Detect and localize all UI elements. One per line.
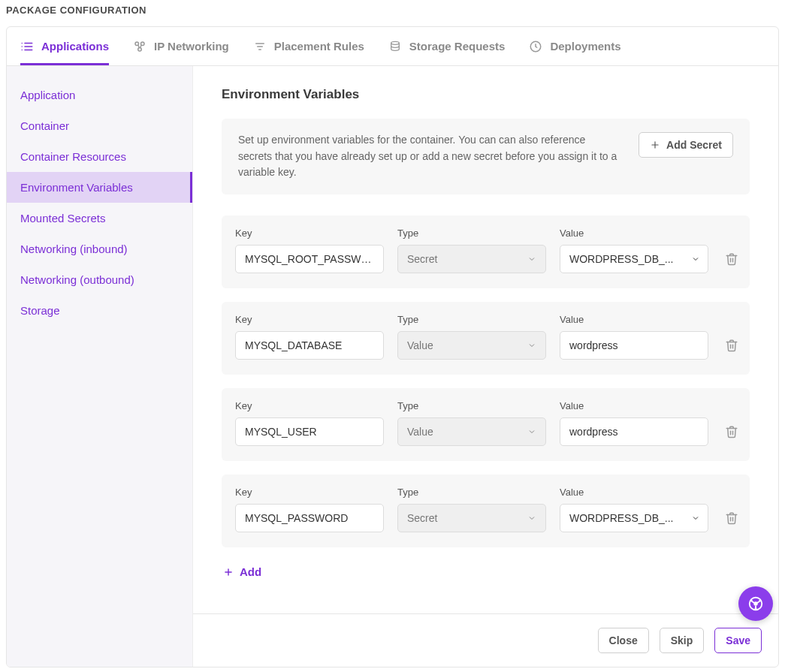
tab-storage-requests[interactable]: Storage Requests [388, 27, 506, 65]
value-input[interactable] [560, 417, 708, 446]
add-variable-button[interactable]: Add [222, 562, 750, 581]
sidebar-item-networking-outbound[interactable]: Networking (outbound) [7, 264, 192, 295]
close-button[interactable]: Close [598, 628, 649, 653]
help-fab[interactable] [738, 586, 773, 621]
main-panel: Applications IP Networking Placement Rul… [6, 26, 779, 667]
info-text: Set up environment variables for the con… [238, 132, 620, 181]
tab-label: Applications [41, 40, 109, 53]
type-select[interactable]: Secret [397, 504, 546, 532]
key-input[interactable] [235, 417, 384, 446]
svg-line-26 [757, 601, 759, 603]
sidebar-item-mounted-secrets[interactable]: Mounted Secrets [7, 203, 192, 234]
svg-line-25 [752, 601, 754, 603]
chevron-down-icon [527, 341, 536, 350]
sidebar-item-container[interactable]: Container [7, 110, 192, 141]
clock-icon [529, 40, 542, 53]
type-value: Secret [407, 253, 437, 265]
type-label: Type [397, 314, 546, 325]
value-select[interactable]: WORDPRESS_DB_... [560, 504, 708, 532]
tab-placement-rules[interactable]: Placement Rules [253, 27, 364, 65]
plus-icon [223, 567, 234, 577]
env-var-row: Key Type Secret Value WORDPRESS_DB_.. [222, 215, 750, 288]
footer: Close Skip Save [193, 613, 778, 667]
chevron-down-icon [527, 255, 536, 264]
sidebar: Application Container Container Resource… [7, 66, 193, 667]
page-title: PACKAGE CONFIGURATION [0, 0, 785, 26]
list-icon [20, 40, 34, 53]
value-label: Value [560, 487, 708, 498]
chevron-down-icon [691, 514, 700, 523]
delete-button[interactable] [722, 508, 741, 528]
svg-line-10 [140, 44, 142, 47]
delete-button[interactable] [722, 336, 741, 355]
key-label: Key [235, 400, 384, 411]
trash-icon [725, 339, 738, 352]
tab-label: Placement Rules [274, 40, 364, 53]
type-label: Type [397, 487, 546, 498]
sidebar-item-storage[interactable]: Storage [7, 295, 192, 326]
type-select[interactable]: Value [397, 331, 546, 360]
tab-label: Deployments [550, 40, 620, 53]
key-input[interactable] [235, 504, 384, 532]
sidebar-item-application[interactable]: Application [7, 80, 192, 110]
key-label: Key [235, 487, 384, 498]
value-text: WORDPRESS_DB_... [569, 512, 673, 524]
value-text: WORDPRESS_DB_... [569, 253, 673, 265]
sidebar-item-container-resources[interactable]: Container Resources [7, 141, 192, 172]
env-var-row: Key Type Secret Value WORDPRESS_DB_.. [222, 475, 750, 547]
type-value: Value [407, 339, 433, 351]
value-label: Value [560, 400, 708, 411]
add-secret-button[interactable]: Add Secret [639, 132, 733, 158]
add-secret-label: Add Secret [666, 139, 722, 151]
tab-applications[interactable]: Applications [20, 27, 109, 65]
trash-icon [725, 252, 738, 266]
sidebar-item-networking-inbound[interactable]: Networking (inbound) [7, 234, 192, 264]
save-button[interactable]: Save [714, 628, 762, 653]
section-title: Environment Variables [222, 87, 750, 102]
key-input[interactable] [235, 331, 384, 360]
value-label: Value [560, 314, 708, 325]
delete-button[interactable] [722, 249, 741, 269]
svg-point-8 [138, 47, 142, 51]
type-label: Type [397, 400, 546, 411]
trash-icon [725, 425, 738, 438]
key-label: Key [235, 314, 384, 325]
content: Environment Variables Set up environment… [193, 66, 778, 667]
tab-label: Storage Requests [409, 40, 506, 53]
type-label: Type [397, 228, 546, 239]
type-value: Secret [407, 512, 437, 524]
value-select[interactable]: WORDPRESS_DB_... [560, 245, 708, 273]
top-tabs: Applications IP Networking Placement Rul… [7, 27, 778, 66]
info-card: Set up environment variables for the con… [222, 119, 750, 194]
type-select[interactable]: Secret [397, 245, 546, 273]
chevron-down-icon [527, 514, 536, 523]
sidebar-item-environment-variables[interactable]: Environment Variables [7, 172, 192, 203]
skip-button[interactable]: Skip [660, 628, 705, 653]
env-var-row: Key Type Value Value [222, 388, 750, 461]
tab-ip-networking[interactable]: IP Networking [133, 27, 229, 65]
svg-point-14 [391, 41, 399, 44]
delete-button[interactable] [722, 422, 741, 441]
value-input[interactable] [560, 331, 708, 360]
network-icon [133, 40, 146, 53]
tab-deployments[interactable]: Deployments [529, 27, 620, 65]
type-select[interactable]: Value [397, 417, 546, 446]
support-icon [747, 595, 764, 612]
key-label: Key [235, 228, 384, 239]
trash-icon [725, 511, 738, 525]
svg-line-9 [138, 44, 140, 47]
tab-label: IP Networking [154, 40, 229, 53]
type-value: Value [407, 426, 433, 438]
plus-icon [650, 140, 660, 150]
filter-icon [253, 40, 267, 53]
database-icon [388, 40, 402, 53]
key-input[interactable] [235, 245, 384, 273]
add-label: Add [240, 565, 261, 578]
chevron-down-icon [527, 427, 536, 436]
value-label: Value [560, 228, 708, 239]
env-var-row: Key Type Value Value [222, 302, 750, 375]
chevron-down-icon [691, 255, 700, 264]
